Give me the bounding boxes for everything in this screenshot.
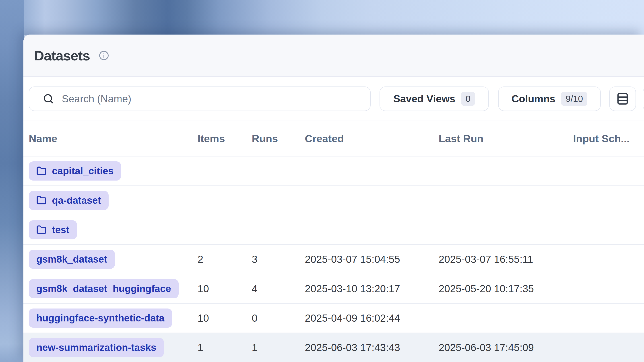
row-name: test	[52, 224, 69, 235]
saved-views-button[interactable]: Saved Views 0	[380, 86, 489, 111]
saved-views-count-badge: 0	[461, 92, 475, 106]
columns-button[interactable]: Columns 9/10	[498, 86, 601, 111]
table-row: capital_cities	[24, 156, 644, 186]
cell-created: 2025-04-09 16:02:44	[305, 312, 438, 324]
background-gradient-top	[0, 0, 644, 35]
search-input-container[interactable]	[29, 86, 370, 111]
cell-items: 1	[198, 342, 252, 354]
search-input[interactable]	[61, 92, 364, 105]
row-name: capital_cities	[52, 165, 114, 177]
column-header-created[interactable]: Created	[305, 132, 438, 145]
dataset-link-huggingface-synthetic-data[interactable]: huggingface-synthetic-data	[29, 309, 172, 328]
column-header-runs[interactable]: Runs	[252, 132, 305, 145]
folder-link-qa-dataset[interactable]: qa-dataset	[29, 191, 108, 210]
panel-header: Datasets	[24, 34, 644, 77]
folder-icon	[36, 166, 46, 176]
row-name: huggingface-synthetic-data	[36, 313, 164, 324]
table-row: test	[24, 215, 644, 245]
cell-runs: 1	[252, 342, 305, 354]
cell-items: 10	[198, 312, 252, 324]
row-name: new-summarization-tasks	[36, 342, 156, 353]
cell-created: 2025-03-10 13:20:17	[305, 283, 438, 295]
folder-icon	[36, 195, 46, 206]
row-name: qa-dataset	[52, 195, 101, 206]
background-gradient-left	[0, 0, 24, 362]
column-header-items[interactable]: Items	[198, 132, 252, 145]
page-title: Datasets	[34, 48, 90, 63]
column-header-input-schema[interactable]: Input Sch...	[573, 132, 644, 145]
cell-runs: 3	[252, 253, 305, 265]
dataset-link-gsm8k-dataset[interactable]: gsm8k_dataset	[29, 250, 115, 269]
cut-off-button[interactable]	[643, 87, 644, 111]
table-row: qa-dataset	[24, 186, 644, 215]
table-row: gsm8k_dataset 2 3 2025-03-07 15:04:55 20…	[24, 245, 644, 274]
search-icon	[42, 93, 54, 104]
cell-runs: 4	[252, 283, 305, 295]
dataset-link-gsm8k-dataset-huggingface[interactable]: gsm8k_dataset_huggingface	[29, 279, 178, 298]
row-name: gsm8k_dataset_huggingface	[36, 283, 171, 294]
row-name: gsm8k_dataset	[36, 254, 107, 265]
table-rows-icon	[615, 91, 630, 106]
table-row: new-summarization-tasks 1 1 2025-06-03 1…	[24, 333, 644, 362]
table-row: gsm8k_dataset_huggingface 10 4 2025-03-1…	[24, 274, 644, 304]
cell-created: 2025-06-03 17:43:43	[305, 342, 438, 354]
cell-items: 10	[198, 283, 252, 295]
cell-created: 2025-03-07 15:04:55	[305, 253, 438, 265]
cell-last-run: 2025-05-20 10:17:35	[438, 283, 573, 295]
dataset-link-new-summarization-tasks[interactable]: new-summarization-tasks	[29, 338, 164, 357]
row-height-button[interactable]	[609, 86, 636, 111]
datasets-panel: Datasets Saved Views 0 Columns	[24, 34, 644, 362]
cell-last-run: 2025-06-03 17:45:09	[438, 342, 573, 354]
folder-link-capital-cities[interactable]: capital_cities	[29, 161, 121, 181]
folder-link-test[interactable]: test	[29, 220, 77, 239]
columns-label: Columns	[512, 93, 556, 105]
saved-views-label: Saved Views	[393, 93, 455, 105]
column-header-last-run[interactable]: Last Run	[438, 132, 573, 145]
column-header-name[interactable]: Name	[29, 132, 198, 145]
cell-runs: 0	[252, 312, 305, 324]
table-row: huggingface-synthetic-data 10 0 2025-04-…	[24, 304, 644, 333]
info-icon[interactable]	[99, 50, 109, 61]
toolbar: Saved Views 0 Columns 9/10	[24, 77, 644, 121]
folder-icon	[36, 225, 46, 235]
table-header-row: Name Items Runs Created Last Run Input S…	[24, 121, 644, 156]
cell-items: 2	[198, 253, 252, 265]
columns-count-badge: 9/10	[561, 92, 587, 106]
cell-last-run: 2025-03-07 16:55:11	[438, 253, 573, 265]
